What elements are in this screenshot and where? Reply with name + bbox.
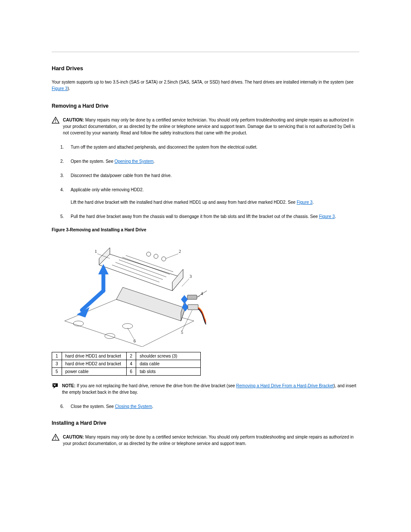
figure-hard-drive: 1 2 3 4 5 6 — [52, 235, 359, 347]
svg-text:1: 1 — [95, 249, 97, 254]
figure-callout-table: 1 hard drive HDD1 and bracket 2 shoulder… — [52, 352, 201, 376]
callout-6-num: 6 — [126, 368, 136, 376]
step6-after: . — [152, 404, 153, 409]
closing-system-link[interactable]: Closing the System — [115, 404, 152, 409]
step2-before: Open the system. See — [71, 159, 115, 164]
caution-label: CAUTION: — [63, 118, 85, 122]
callout-6-label: tab slots — [136, 368, 201, 376]
callout-1-label: hard drive HDD1 and bracket — [62, 352, 126, 360]
callout-2-num: 2 — [126, 352, 136, 360]
remove-step-1: Turn off the system and attached periphe… — [60, 144, 359, 150]
caution-body: Many repairs may only be done by a certi… — [63, 118, 355, 135]
svg-line-29 — [166, 254, 178, 258]
note-icon — [52, 383, 59, 389]
caution-icon — [52, 117, 59, 124]
removing-hard-drive-heading: Removing a Hard Drive — [52, 103, 359, 109]
step2-after: . — [153, 159, 155, 164]
svg-rect-25 — [188, 305, 198, 310]
remove-step-6: Close the system. See Closing the System… — [60, 403, 359, 410]
svg-text:4: 4 — [201, 291, 203, 296]
intro-trailing: ). — [68, 86, 70, 91]
svg-point-16 — [146, 252, 151, 256]
svg-point-17 — [154, 254, 158, 258]
callout-5-num: 5 — [52, 368, 62, 376]
svg-text:6: 6 — [134, 339, 136, 343]
callout-4-num: 4 — [126, 360, 136, 368]
section-rule — [52, 52, 359, 52]
intro-text-after: inch (SAS, SATA, or SSD) hard drives. Th… — [170, 80, 353, 84]
svg-text:2: 2 — [179, 249, 181, 254]
figure-3-link[interactable]: Figure 3 — [52, 86, 68, 91]
intro-text-before: Your system supports up to two 3.5-inch … — [52, 80, 170, 84]
svg-text:3: 3 — [190, 274, 192, 279]
remove-step-4: Applicable only while removing HDD2. Lif… — [60, 187, 359, 205]
figure-3-link-3[interactable]: Figure 3 — [319, 214, 335, 219]
callout-3-label: hard drive HDD2 and bracket — [62, 360, 126, 368]
remove-step-3: Disconnect the data/power cable from the… — [60, 172, 359, 179]
step4-before: Lift the hard drive bracket with the ins… — [71, 200, 297, 205]
svg-marker-38 — [53, 383, 58, 389]
figure-caption-body: Removing and Installing a Hard Drive — [70, 227, 146, 232]
callout-4-label: data cable — [136, 360, 201, 368]
remove-step-5: Pull the hard drive bracket away from th… — [60, 213, 359, 220]
svg-point-18 — [162, 257, 166, 261]
install-caution-block: CAUTION: Many repairs may only be done b… — [52, 434, 359, 447]
svg-line-31 — [182, 279, 189, 286]
figure-caption-prefix: Figure 3- — [52, 227, 70, 232]
callout-1-num: 1 — [52, 352, 62, 360]
caution-icon — [52, 434, 59, 441]
note-body-before: If you are not replacing the hard drive,… — [75, 383, 236, 388]
svg-point-40 — [55, 439, 56, 440]
intro-paragraph: Your system supports up to two 3.5-inch … — [52, 79, 359, 92]
remove-steps-list: Turn off the system and attached periphe… — [60, 144, 359, 220]
svg-marker-8 — [99, 254, 183, 291]
svg-marker-9 — [172, 269, 183, 291]
step5-after: . — [335, 214, 336, 219]
figure-3-link-2[interactable]: Figure 3 — [297, 200, 313, 205]
step4-note: Applicable only while removing HDD2. — [71, 187, 144, 192]
install-caution-body: Many repairs may only be done by a certi… — [63, 435, 354, 446]
removing-from-bracket-link[interactable]: Removing a Hard Drive From a Hard-Drive … — [236, 383, 333, 388]
svg-marker-21 — [181, 295, 188, 304]
opening-system-link[interactable]: Opening the System — [115, 159, 154, 164]
step1-text: Turn off the system and attached periphe… — [71, 145, 258, 149]
remove-steps-list-continued: Close the system. See Closing the System… — [60, 403, 359, 410]
callout-2-label: shoulder screws (3) — [136, 352, 201, 360]
install-caution-label: CAUTION: — [63, 435, 85, 439]
step6-before: Close the system. See — [71, 404, 115, 409]
step5-before: Pull the hard drive bracket away from th… — [71, 214, 319, 219]
installing-hard-drive-heading: Installing a Hard Drive — [52, 420, 359, 426]
svg-rect-23 — [187, 295, 197, 299]
hard-drive-illustration: 1 2 3 4 5 6 — [52, 235, 207, 347]
section-title: Hard Drives — [52, 65, 359, 72]
note-label: NOTE: — [62, 383, 75, 388]
step3-text: Disconnect the data/power cable from the… — [71, 173, 172, 178]
figure-caption: Figure 3- ​ Removing and Installing a Ha… — [52, 227, 359, 232]
remove-step-2: Open the system. See Opening the System. — [60, 158, 359, 165]
note-block: NOTE: If you are not replacing the hard … — [52, 383, 359, 395]
svg-point-1 — [55, 122, 56, 123]
caution-block: CAUTION: Many repairs may only be done b… — [52, 117, 359, 136]
step4-after: . — [312, 200, 314, 205]
callout-5-label: power cable — [62, 368, 126, 376]
callout-3-num: 3 — [52, 360, 62, 368]
